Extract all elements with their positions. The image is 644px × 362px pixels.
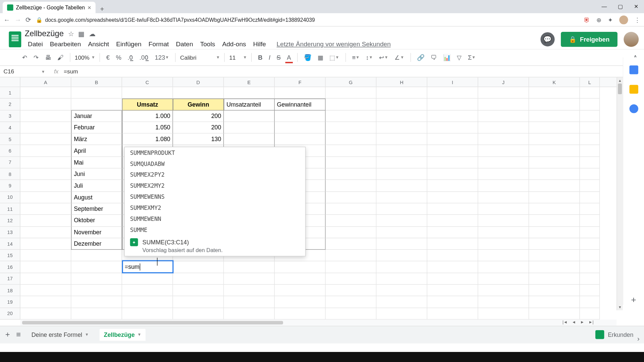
- cell[interactable]: [478, 261, 529, 273]
- col-header[interactable]: I: [427, 77, 478, 87]
- scroll-thumb[interactable]: [618, 83, 622, 94]
- cell[interactable]: [580, 308, 600, 320]
- currency-icon[interactable]: €: [104, 53, 111, 62]
- cell[interactable]: [529, 99, 580, 110]
- cell[interactable]: [376, 87, 427, 99]
- tab-scroll-start-icon[interactable]: |◄: [561, 319, 569, 325]
- cell[interactable]: [427, 99, 478, 110]
- cell[interactable]: [122, 273, 173, 285]
- cell[interactable]: [529, 133, 580, 145]
- cell[interactable]: Juli: [71, 180, 122, 192]
- cell[interactable]: [326, 133, 377, 145]
- cell[interactable]: [427, 133, 478, 145]
- cell[interactable]: [427, 122, 478, 134]
- cell[interactable]: [478, 203, 529, 215]
- vertical-scrollbar[interactable]: ▲ ▼: [616, 77, 623, 310]
- cell[interactable]: [580, 238, 600, 250]
- cell[interactable]: [427, 203, 478, 215]
- adblock-icon[interactable]: ⛨: [584, 16, 590, 23]
- cell[interactable]: Umsatzanteil: [224, 99, 275, 110]
- sheets-logo-icon[interactable]: [9, 31, 21, 47]
- cell[interactable]: [20, 308, 71, 320]
- cell[interactable]: [580, 227, 600, 238]
- star-icon[interactable]: ☆: [68, 30, 74, 38]
- col-header[interactable]: E: [224, 77, 275, 87]
- row-header[interactable]: 11: [0, 203, 20, 215]
- fill-color-icon[interactable]: 🪣: [302, 53, 313, 62]
- cell[interactable]: [275, 110, 326, 122]
- cell[interactable]: [580, 203, 600, 215]
- reload-icon[interactable]: ⟳: [25, 16, 31, 24]
- cell[interactable]: April: [71, 145, 122, 157]
- cell[interactable]: [326, 87, 377, 99]
- cell[interactable]: [478, 250, 529, 261]
- cell[interactable]: [71, 308, 122, 320]
- strike-icon[interactable]: S: [275, 53, 282, 62]
- cloud-icon[interactable]: ☁: [89, 30, 96, 38]
- cell[interactable]: [427, 180, 478, 192]
- cell[interactable]: [71, 296, 122, 308]
- cell[interactable]: [580, 192, 600, 203]
- menu-datei[interactable]: Datei: [25, 39, 46, 49]
- forward-icon[interactable]: →: [15, 16, 21, 23]
- row-header[interactable]: 12: [0, 215, 20, 227]
- cell[interactable]: [326, 180, 377, 192]
- cell[interactable]: [376, 296, 427, 308]
- cell[interactable]: [326, 296, 377, 308]
- row-header[interactable]: 8: [0, 169, 20, 180]
- cell[interactable]: [580, 285, 600, 296]
- cell[interactable]: [427, 110, 478, 122]
- increase-decimal-icon[interactable]: .00̲: [138, 53, 151, 62]
- cell[interactable]: [20, 238, 71, 250]
- cell[interactable]: November: [71, 227, 122, 238]
- cell[interactable]: [326, 238, 377, 250]
- cell[interactable]: [326, 261, 377, 273]
- account-avatar[interactable]: [624, 32, 639, 47]
- redo-icon[interactable]: ↷: [32, 53, 41, 62]
- row-header[interactable]: 20: [0, 308, 20, 320]
- cell[interactable]: [122, 296, 173, 308]
- cell[interactable]: [529, 227, 580, 238]
- cell[interactable]: [478, 296, 529, 308]
- row-header[interactable]: 17: [0, 273, 20, 285]
- cell[interactable]: [376, 308, 427, 320]
- cell[interactable]: [20, 99, 71, 110]
- cell[interactable]: [529, 192, 580, 203]
- save-status[interactable]: Letzte Änderung vor wenigen Sekunden: [273, 39, 394, 49]
- cell[interactable]: [275, 261, 326, 273]
- cell[interactable]: [275, 87, 326, 99]
- menu-icon[interactable]: ⋮: [634, 16, 640, 23]
- cell[interactable]: [376, 145, 427, 157]
- cell[interactable]: [427, 285, 478, 296]
- close-icon[interactable]: ×: [88, 4, 91, 11]
- cell[interactable]: [529, 250, 580, 261]
- menu-daten[interactable]: Daten: [173, 39, 196, 49]
- cell[interactable]: [326, 250, 377, 261]
- calendar-icon[interactable]: [629, 65, 638, 74]
- cell[interactable]: [478, 133, 529, 145]
- cell[interactable]: [376, 180, 427, 192]
- cell[interactable]: [275, 285, 326, 296]
- cell[interactable]: [224, 110, 275, 122]
- ac-suggestion[interactable]: ✦ SUMME(C3:C14) Vorschlag basiert auf de…: [125, 236, 305, 256]
- cell[interactable]: [427, 261, 478, 273]
- cell[interactable]: 1.050: [122, 122, 173, 134]
- decrease-decimal-icon[interactable]: .0̲: [126, 53, 135, 62]
- cell[interactable]: Januar: [71, 110, 122, 122]
- cell[interactable]: [275, 308, 326, 320]
- col-header[interactable]: D: [173, 77, 224, 87]
- cell[interactable]: [529, 273, 580, 285]
- menu-format[interactable]: Format: [146, 39, 172, 49]
- formula-input[interactable]: =sum: [64, 68, 78, 75]
- col-header[interactable]: H: [376, 77, 427, 87]
- scroll-up-icon[interactable]: ▲: [617, 77, 623, 83]
- spreadsheet-grid[interactable]: A B C D E F G H I J K L 12UmsatzGewinnUm…: [0, 77, 644, 320]
- sheet-tab-active[interactable]: Zellbezüge▼: [99, 329, 146, 341]
- cell[interactable]: [376, 110, 427, 122]
- cell[interactable]: [478, 215, 529, 227]
- cell[interactable]: [478, 285, 529, 296]
- cell[interactable]: [529, 238, 580, 250]
- cell[interactable]: [71, 250, 122, 261]
- cell[interactable]: März: [71, 133, 122, 145]
- cell[interactable]: [224, 87, 275, 99]
